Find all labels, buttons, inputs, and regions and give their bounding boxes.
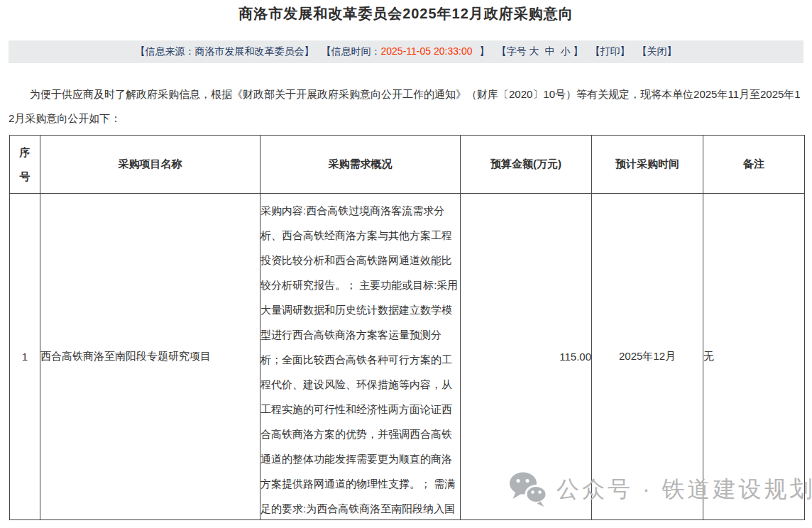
info-source: 【信息来源：商洛市发展和改革委员会】 xyxy=(136,45,314,58)
info-time-suffix: 】 xyxy=(479,45,489,57)
intro-paragraph: 为便于供应商及时了解政府采购信息，根据《财政部关于开展政府采购意向公开工作的通知… xyxy=(9,82,805,131)
font-size-suffix: 】 xyxy=(573,45,583,57)
header-remark: 备注 xyxy=(703,136,805,194)
font-size-control: 【字号大中小】 xyxy=(496,45,583,58)
print-button[interactable]: 【打印】 xyxy=(590,45,630,58)
font-size-large-button[interactable]: 大 xyxy=(529,45,539,57)
header-seq: 序号 xyxy=(10,136,40,194)
cell-remark: 无 xyxy=(703,194,805,520)
info-time-prefix: 【信息时间： xyxy=(322,45,381,57)
procurement-table: 序号 采购项目名称 采购需求概况 预算金额(万元) 预计采购时间 备注 1 西合… xyxy=(9,135,805,520)
close-button[interactable]: 【关闭】 xyxy=(637,45,676,58)
table-row: 1 西合高铁商洛至南阳段专题研究项目 采购内容:西合高铁过境商洛客流需求分析、西… xyxy=(10,194,805,520)
cell-purchase-time: 2025年12月 xyxy=(592,194,703,520)
info-time: 【信息时间：2025-11-05 20:33:00】 xyxy=(322,45,490,58)
header-project-name: 采购项目名称 xyxy=(40,136,260,194)
cell-seq: 1 xyxy=(10,194,40,520)
cell-requirement: 采购内容:西合高铁过境商洛客流需求分析、西合高铁经商洛方案与其他方案工程投资比较… xyxy=(260,194,461,520)
page-title: 商洛市发展和改革委员会2025年12月政府采购意向 xyxy=(0,4,812,23)
header-budget: 预算金额(万元) xyxy=(461,136,592,194)
info-time-value: 2025-11-05 20:33:00 xyxy=(381,45,473,57)
header-purchase-time: 预计采购时间 xyxy=(592,136,703,194)
font-size-medium-button[interactable]: 中 xyxy=(544,45,554,57)
info-bar: 【信息来源：商洛市发展和改革委员会】 【信息时间：2025-11-05 20:3… xyxy=(9,40,803,63)
requirement-text: 采购内容:西合高铁过境商洛客流需求分析、西合高铁经商洛方案与其他方案工程投资比较… xyxy=(260,198,460,516)
header-requirement: 采购需求概况 xyxy=(260,136,461,194)
cell-budget: 115.00 xyxy=(461,194,592,520)
table-header-row: 序号 采购项目名称 采购需求概况 预算金额(万元) 预计采购时间 备注 xyxy=(10,136,805,194)
font-size-label: 【字号 xyxy=(496,45,526,57)
font-size-small-button[interactable]: 小 xyxy=(560,45,570,57)
cell-project-name: 西合高铁商洛至南阳段专题研究项目 xyxy=(40,194,260,520)
